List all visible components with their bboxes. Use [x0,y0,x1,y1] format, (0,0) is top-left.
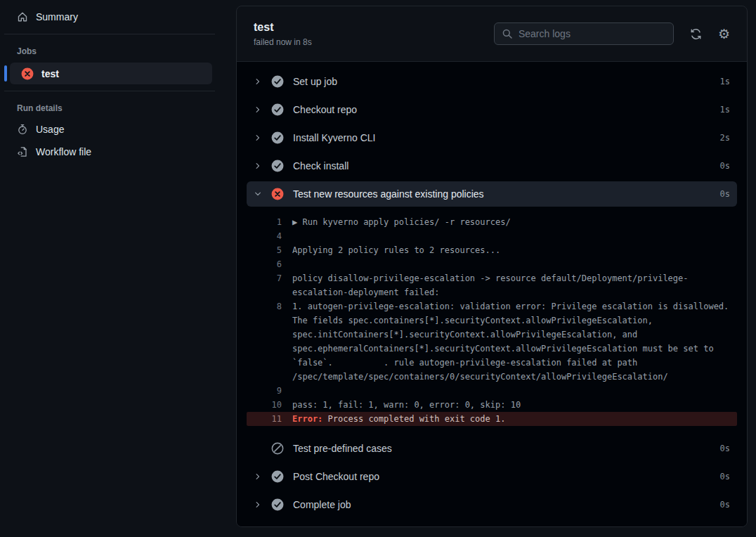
step-label: Complete job [293,499,720,510]
step-status-icon [271,75,284,88]
check-circle-icon [271,160,284,172]
chevron-right-icon [254,472,262,481]
settings-button[interactable]: ⚙ [718,27,730,41]
sidebar-item-label: Workflow file [36,146,91,157]
log-line-text: ▶ Run kyverno apply policies/ -r resourc… [292,215,733,229]
sidebar-item-label: Summary [36,11,78,22]
chevron-right-icon [254,134,262,142]
search-icon [502,28,513,39]
chevron-right-icon [254,105,262,114]
log-line: 7policy disallow-privilege-escalation ->… [237,271,747,299]
step-status-icon [271,103,284,116]
step-row[interactable]: Install Kyverno CLI 2s [237,124,747,152]
step-row[interactable]: Checkout repo 1s [237,96,747,124]
log-line-number[interactable]: 10 [248,398,282,412]
log-line: 10pass: 1, fail: 1, warn: 0, error: 0, s… [237,398,747,412]
log-line-number[interactable]: 6 [248,257,282,271]
log-line: 1▶ Run kyverno apply policies/ -r resour… [237,215,747,229]
sidebar: Summary Jobs test Run details Usage Work… [0,0,225,163]
log-line-number[interactable]: 5 [248,243,282,257]
job-name-label: test [41,68,59,79]
skip-circle-icon [271,442,284,455]
log-line-text: 1. autogen-privilege-escalation: validat… [292,299,733,384]
chevron-right-icon [254,162,262,170]
log-line: 4 [237,229,747,243]
file-code-icon [17,146,28,157]
step-label: Test new resources against existing poli… [293,188,720,200]
log-line-text: Applying 2 policy rules to 2 resources..… [292,243,733,257]
chevron-down-icon [254,190,262,198]
step-row[interactable]: Post Checkout repo 0s [237,462,747,491]
step-label: Checkout repo [293,104,720,115]
step-status-icon [271,498,284,511]
check-circle-icon [271,470,284,483]
log-line-number[interactable]: 9 [248,384,282,398]
step-duration: 0s [720,189,730,199]
log-line: 5Applying 2 policy rules to 2 resources.… [237,243,747,257]
job-status-text: failed now in 8s [254,37,312,47]
log-line: 6 [237,257,747,271]
home-icon [17,11,28,22]
stopwatch-icon [17,124,28,135]
step-duration: 0s [720,161,730,171]
sidebar-item-workflow-file[interactable]: Workflow file [0,141,225,163]
search-logs-input[interactable] [519,28,666,39]
active-indicator [4,65,7,82]
log-line-number[interactable]: 8 [248,299,282,384]
log-line-number[interactable]: 1 [248,215,282,229]
log-line: 9 [237,384,747,398]
x-circle-icon [21,67,34,80]
step-duration: 0s [720,444,730,453]
sync-icon [690,28,702,40]
x-circle-icon [271,188,284,200]
step-status-icon [271,470,284,483]
step-row[interactable]: Check install 0s [237,152,747,180]
step-status-icon [271,188,284,200]
step-row[interactable]: Test new resources against existing poli… [247,181,737,207]
step-label: Install Kyverno CLI [293,132,720,143]
log-line-text [292,229,733,243]
log-line-number[interactable]: 4 [248,229,282,243]
check-circle-icon [271,75,284,88]
step-duration: 2s [720,133,730,143]
step-duration: 0s [720,472,730,481]
log-line-text [292,384,733,398]
sidebar-item-usage[interactable]: Usage [0,118,225,141]
log-line-number[interactable]: 7 [248,271,282,299]
step-duration: 1s [720,77,730,86]
refresh-button[interactable] [690,28,702,40]
search-logs-box [494,22,674,45]
log-line-text [292,257,733,271]
log-output: 1▶ Run kyverno apply policies/ -r resour… [237,208,747,434]
step-label: Post Checkout repo [293,471,720,482]
chevron-right-icon [254,500,262,509]
step-label: Set up job [293,76,720,87]
error-label: Error: [292,414,322,424]
log-line: 11Error: Process completed with exit cod… [247,412,737,426]
check-circle-icon [271,131,284,144]
log-line-text: Error: Process completed with exit code … [292,412,733,426]
log-line-number[interactable]: 11 [248,412,282,426]
log-line-text: pass: 1, fail: 1, warn: 0, error: 0, ski… [292,398,733,412]
sidebar-item-label: Usage [36,124,64,135]
step-status-icon [271,160,284,172]
job-header: test failed now in 8s ⚙ [237,6,747,62]
step-label: Check install [293,160,720,172]
step-status-icon [271,442,284,455]
step-row[interactable]: Complete job 0s [237,491,747,519]
sidebar-item-summary[interactable]: Summary [0,6,225,27]
step-row[interactable]: Set up job 1s [237,67,747,96]
log-line-text: policy disallow-privilege-escalation -> … [292,271,733,299]
step-status-icon [271,131,284,144]
job-title: test [254,21,312,34]
step-duration: 0s [720,500,730,510]
gear-icon: ⚙ [718,26,730,41]
log-group-toggle-icon[interactable]: ▶ [292,217,302,227]
chevron-right-icon [254,77,262,86]
steps-list: Set up job 1s Checkout repo 1s [237,62,747,527]
check-circle-icon [271,103,284,116]
log-line: 81. autogen-privilege-escalation: valida… [237,299,747,384]
sidebar-item-job-test[interactable]: test [10,63,212,84]
step-duration: 1s [720,105,730,115]
step-row[interactable]: Test pre-defined cases 0s [237,434,747,462]
